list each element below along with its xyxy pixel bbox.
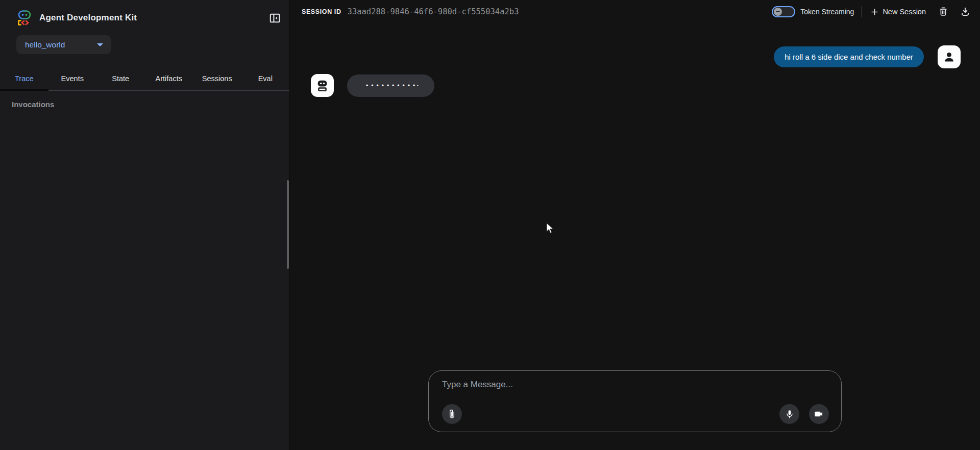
collapse-panel-icon xyxy=(268,12,281,24)
robot-icon xyxy=(315,79,329,92)
app-title: Agent Development Kit xyxy=(39,13,137,23)
mouse-cursor xyxy=(544,222,556,235)
typing-dots: •••••••••• xyxy=(363,82,418,89)
vertical-divider xyxy=(862,6,862,17)
sidebar-tabs: Trace Events State Artifacts Sessions Ev… xyxy=(0,67,289,91)
token-streaming-label: Token Streaming xyxy=(800,8,854,16)
token-streaming-toggle[interactable] xyxy=(772,6,795,17)
trash-icon xyxy=(938,6,949,17)
chat-area: hi roll a 6 side dice and check number xyxy=(290,23,980,450)
delete-session-button[interactable] xyxy=(938,6,949,17)
collapse-panel-button[interactable] xyxy=(267,10,282,26)
agent-message-row: ••••••••••• xyxy=(290,74,980,97)
message-input[interactable] xyxy=(442,380,829,390)
attach-file-button[interactable] xyxy=(442,404,462,424)
tab-sessions[interactable]: Sessions xyxy=(193,67,241,90)
tab-state[interactable]: State xyxy=(96,67,145,90)
person-icon xyxy=(942,50,956,64)
mic-button[interactable] xyxy=(779,404,799,424)
tab-artifacts[interactable]: Artifacts xyxy=(145,67,193,90)
tab-eval[interactable]: Eval xyxy=(241,67,290,90)
typing-indicator-bubble: ••••••••••• xyxy=(347,74,434,97)
sidebar-scrollbar[interactable] xyxy=(287,180,289,269)
topbar-controls: Token Streaming New Session xyxy=(772,6,971,17)
user-avatar xyxy=(938,45,961,68)
agent-select-dropdown[interactable]: hello_world xyxy=(16,35,111,54)
message-composer xyxy=(428,370,842,432)
new-session-label: New Session xyxy=(883,8,926,16)
invocations-heading: Invocations xyxy=(12,100,289,109)
plus-icon xyxy=(870,7,879,17)
export-session-button[interactable] xyxy=(960,6,971,17)
toggle-knob xyxy=(774,8,782,16)
chevron-down-icon xyxy=(97,43,103,46)
paperclip-icon xyxy=(447,409,457,419)
tab-trace[interactable]: Trace xyxy=(0,67,48,90)
new-session-button[interactable]: New Session xyxy=(870,7,926,17)
sidebar-header: Agent Development Kit xyxy=(16,8,282,28)
download-icon xyxy=(960,6,971,17)
video-button[interactable] xyxy=(809,404,829,424)
user-message-bubble: hi roll a 6 side dice and check number xyxy=(774,46,924,67)
composer-controls xyxy=(442,404,829,424)
user-message-row: hi roll a 6 side dice and check number xyxy=(290,45,980,68)
mic-icon xyxy=(785,409,795,419)
session-topbar: SESSION ID 33aad288-9846-46f6-980d-cf555… xyxy=(290,0,980,23)
typing-dots-tail: • xyxy=(417,83,419,88)
session-id-label: SESSION ID xyxy=(302,8,341,15)
adk-logo-icon xyxy=(16,10,32,26)
session-id-value: 33aad288-9846-46f6-980d-cf555034a2b3 xyxy=(348,7,519,16)
agent-select-value: hello_world xyxy=(25,40,65,49)
agent-avatar xyxy=(311,74,334,97)
adk-web-app: Agent Development Kit hello_world Trace … xyxy=(0,0,980,450)
videocam-icon xyxy=(814,409,824,419)
main-panel: SESSION ID 33aad288-9846-46f6-980d-cf555… xyxy=(290,0,980,450)
tab-events[interactable]: Events xyxy=(48,67,97,90)
sidebar: Agent Development Kit hello_world Trace … xyxy=(0,0,290,450)
